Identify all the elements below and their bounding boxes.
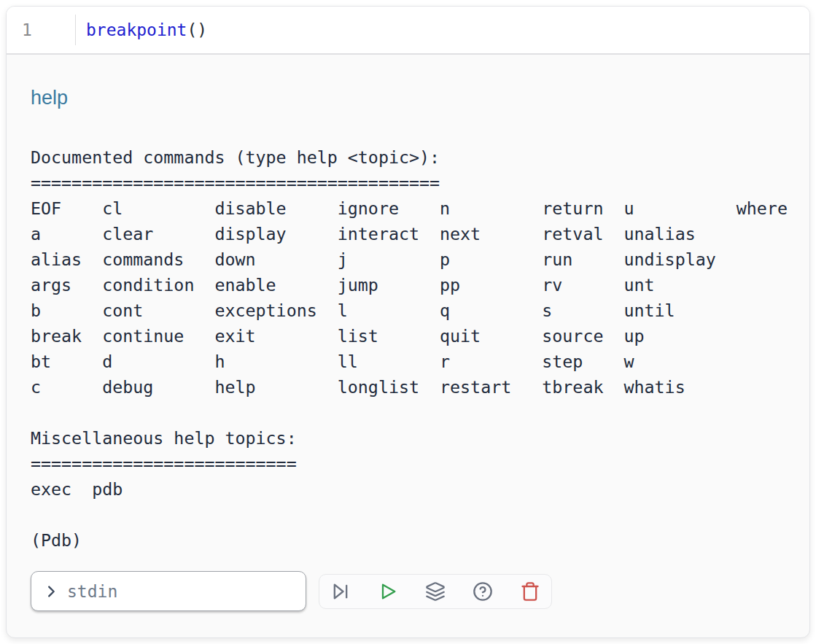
console-text: Documented commands (type help <topic>):… xyxy=(31,144,795,553)
help-circle-icon xyxy=(473,581,493,602)
skip-forward-button[interactable] xyxy=(325,575,357,608)
debugger-cell-card: 1 breakpoint() help Documented commands … xyxy=(6,6,810,638)
skip-forward-icon xyxy=(330,581,351,602)
trash-icon xyxy=(520,581,540,602)
debugger-toolbar xyxy=(319,574,552,609)
code-line[interactable]: breakpoint() xyxy=(76,20,207,39)
stdin-input[interactable] xyxy=(67,582,295,601)
debugger-controls-row xyxy=(31,571,795,611)
stdin-inputbox[interactable] xyxy=(31,571,306,611)
stack-button[interactable] xyxy=(419,575,451,608)
code-editor[interactable]: 1 breakpoint() xyxy=(7,7,809,55)
console-output: help Documented commands (type help <top… xyxy=(7,55,809,611)
code-parens: () xyxy=(187,20,207,39)
code-function-name: breakpoint xyxy=(86,20,187,39)
line-number: 1 xyxy=(7,20,75,39)
chevron-right-icon xyxy=(43,583,59,600)
run-button[interactable] xyxy=(372,575,404,608)
help-button[interactable] xyxy=(467,575,499,608)
layers-icon xyxy=(425,581,446,602)
clear-button[interactable] xyxy=(514,575,546,608)
echoed-command: help xyxy=(31,88,795,108)
play-icon xyxy=(378,581,398,602)
